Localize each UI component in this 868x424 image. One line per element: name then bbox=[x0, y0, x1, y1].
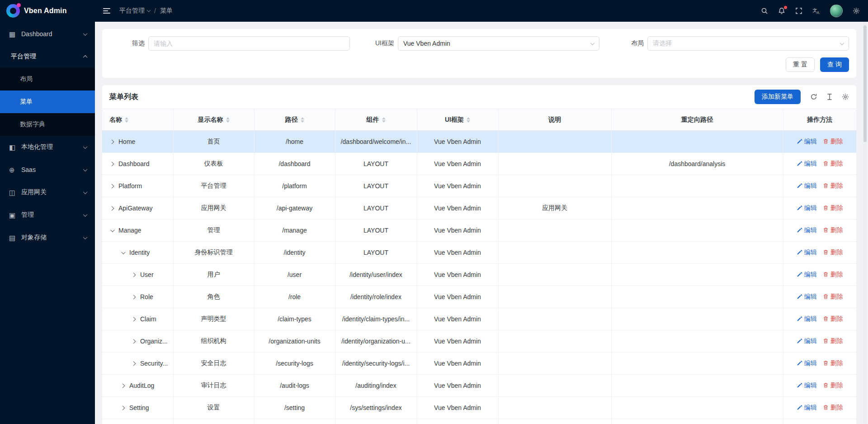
edit-button[interactable]: 编辑 bbox=[797, 359, 817, 367]
sidebar-item-management[interactable]: ▣管理 bbox=[0, 204, 95, 226]
edit-button[interactable]: 编辑 bbox=[797, 248, 817, 257]
row-height-icon[interactable] bbox=[826, 93, 833, 100]
delete-label: 删除 bbox=[830, 226, 843, 234]
translate-icon[interactable]: 文A bbox=[812, 7, 820, 15]
delete-button[interactable]: 删除 bbox=[823, 404, 843, 412]
expand-row-icon[interactable] bbox=[132, 339, 136, 343]
delete-button[interactable]: 删除 bbox=[823, 381, 843, 390]
sort-icon[interactable] bbox=[226, 117, 230, 123]
table-row[interactable]: Claim声明类型/claim-types/identity/claim-typ… bbox=[102, 308, 856, 330]
delete-button[interactable]: 删除 bbox=[823, 293, 843, 301]
delete-button[interactable]: 删除 bbox=[823, 182, 843, 190]
collapse-row-icon[interactable] bbox=[110, 228, 115, 232]
edit-button[interactable]: 编辑 bbox=[797, 160, 817, 168]
edit-button[interactable]: 编辑 bbox=[797, 204, 817, 212]
delete-button[interactable]: 删除 bbox=[823, 271, 843, 279]
settings-gear-icon[interactable] bbox=[853, 7, 860, 14]
expand-row-icon[interactable] bbox=[121, 383, 125, 388]
chevron-down-icon bbox=[840, 41, 844, 45]
sidebar-collapse-icon[interactable] bbox=[102, 6, 111, 15]
reset-button[interactable]: 重 置 bbox=[786, 57, 815, 72]
notification-bell-icon[interactable] bbox=[778, 7, 785, 14]
layout-select[interactable]: 请选择 bbox=[647, 36, 849, 51]
refresh-icon[interactable] bbox=[810, 93, 817, 100]
delete-button[interactable]: 删除 bbox=[823, 337, 843, 345]
delete-label: 删除 bbox=[830, 337, 843, 345]
column-header-component[interactable]: 组件 bbox=[335, 109, 417, 131]
sort-icon[interactable] bbox=[467, 117, 470, 123]
scrollbar-thumb[interactable] bbox=[863, 25, 867, 142]
expand-row-icon[interactable] bbox=[121, 405, 125, 410]
delete-button[interactable]: 删除 bbox=[823, 248, 843, 257]
sidebar-item-app-gateway[interactable]: ◫应用网关 bbox=[0, 181, 95, 204]
row-actions: 编辑删除 bbox=[783, 242, 856, 264]
edit-button[interactable]: 编辑 bbox=[797, 293, 817, 301]
table-row[interactable]: AuditLog审计日志/audit-logs/auditing/indexVu… bbox=[102, 375, 856, 397]
sort-icon[interactable] bbox=[382, 117, 386, 123]
ui-framework-select[interactable]: Vue Vben Admin bbox=[398, 36, 599, 51]
collapse-row-icon[interactable] bbox=[121, 250, 126, 254]
edit-button[interactable]: 编辑 bbox=[797, 226, 817, 234]
sidebar-item-saas[interactable]: ⊕Saas bbox=[0, 158, 95, 181]
column-header-ui-framework[interactable]: UI框架 bbox=[417, 109, 498, 131]
table-row[interactable]: Platform平台管理/platformLAYOUTVue Vben Admi… bbox=[102, 175, 856, 197]
table-row[interactable]: Home首页/home/dashboard/welcome/in...Vue V… bbox=[102, 131, 856, 153]
sidebar-item-data-dictionary[interactable]: 数据字典 bbox=[0, 113, 95, 136]
query-button[interactable]: 查 询 bbox=[820, 57, 849, 72]
expand-row-icon[interactable] bbox=[132, 317, 136, 321]
table-row[interactable]: User用户/user/identity/user/indexVue Vben … bbox=[102, 264, 856, 286]
sidebar-item-object-storage[interactable]: ▤对象存储 bbox=[0, 226, 95, 249]
edit-button[interactable]: 编辑 bbox=[797, 182, 817, 190]
expand-row-icon[interactable] bbox=[132, 295, 136, 299]
expand-row-icon[interactable] bbox=[132, 272, 136, 277]
sidebar-item-layout[interactable]: 布局 bbox=[0, 68, 95, 91]
edit-button[interactable]: 编辑 bbox=[797, 404, 817, 412]
column-header-name[interactable]: 名称 bbox=[102, 109, 173, 131]
expand-row-icon[interactable] bbox=[110, 162, 114, 166]
expand-row-icon[interactable] bbox=[110, 206, 114, 210]
column-header-path[interactable]: 路径 bbox=[254, 109, 335, 131]
sort-icon[interactable] bbox=[301, 117, 304, 123]
edit-button[interactable]: 编辑 bbox=[797, 271, 817, 279]
app-logo[interactable]: Vben Admin bbox=[0, 0, 95, 22]
table-row[interactable]: Setting设置/setting/sys/settings/indexVue … bbox=[102, 397, 856, 419]
column-header-display-name[interactable]: 显示名称 bbox=[173, 109, 254, 131]
table-row[interactable]: Role角色/role/identity/role/indexVue Vben … bbox=[102, 286, 856, 308]
expand-row-icon[interactable] bbox=[110, 139, 114, 144]
edit-button[interactable]: 编辑 bbox=[797, 315, 817, 323]
expand-row-icon[interactable] bbox=[110, 184, 114, 188]
edit-button[interactable]: 编辑 bbox=[797, 138, 817, 146]
delete-button[interactable]: 删除 bbox=[823, 204, 843, 212]
sidebar-item-menu[interactable]: 菜单 bbox=[0, 91, 95, 113]
breadcrumb-item-platform[interactable]: 平台管理 bbox=[119, 7, 150, 15]
vertical-scrollbar[interactable] bbox=[863, 22, 867, 424]
table-row[interactable]: ApiGateway应用网关/api-gatewayLAYOUTVue Vben… bbox=[102, 197, 856, 219]
delete-label: 删除 bbox=[830, 160, 843, 168]
table-row[interactable]: Manage管理/manageLAYOUTVue Vben Admin编辑删除 bbox=[102, 219, 856, 242]
delete-button[interactable]: 删除 bbox=[823, 138, 843, 146]
table-row[interactable]: Security...安全日志/security-logs/identity/s… bbox=[102, 353, 856, 375]
sidebar-item-platform-management[interactable]: 平台管理 bbox=[0, 45, 95, 68]
search-icon[interactable] bbox=[761, 7, 768, 14]
row-redirect bbox=[611, 330, 783, 353]
table-row[interactable]: Identity身份标识管理/identityLAYOUTVue Vben Ad… bbox=[102, 242, 856, 264]
expand-row-icon[interactable] bbox=[132, 361, 136, 366]
table-row[interactable]: Dashboard仪表板/dashboardLAYOUTVue Vben Adm… bbox=[102, 153, 856, 175]
edit-button[interactable]: 编辑 bbox=[797, 381, 817, 390]
sort-icon[interactable] bbox=[125, 117, 128, 123]
row-name: Dashboard bbox=[118, 160, 150, 167]
row-actions: 编辑删除 bbox=[783, 308, 856, 330]
user-avatar[interactable] bbox=[830, 5, 843, 17]
filter-keyword-input[interactable] bbox=[148, 36, 350, 51]
delete-button[interactable]: 删除 bbox=[823, 359, 843, 367]
edit-button[interactable]: 编辑 bbox=[797, 337, 817, 345]
add-menu-button[interactable]: 添加新菜单 bbox=[755, 90, 801, 104]
column-settings-icon[interactable] bbox=[842, 93, 849, 100]
delete-button[interactable]: 删除 bbox=[823, 315, 843, 323]
delete-button[interactable]: 删除 bbox=[823, 226, 843, 234]
fullscreen-icon[interactable] bbox=[795, 7, 802, 14]
delete-button[interactable]: 删除 bbox=[823, 160, 843, 168]
sidebar-item-localization[interactable]: ◧本地化管理 bbox=[0, 136, 95, 158]
sidebar-item-dashboard[interactable]: ▦Dashboard bbox=[0, 23, 95, 45]
table-row[interactable]: Organiz...组织机构/organization-units/identi… bbox=[102, 330, 856, 353]
